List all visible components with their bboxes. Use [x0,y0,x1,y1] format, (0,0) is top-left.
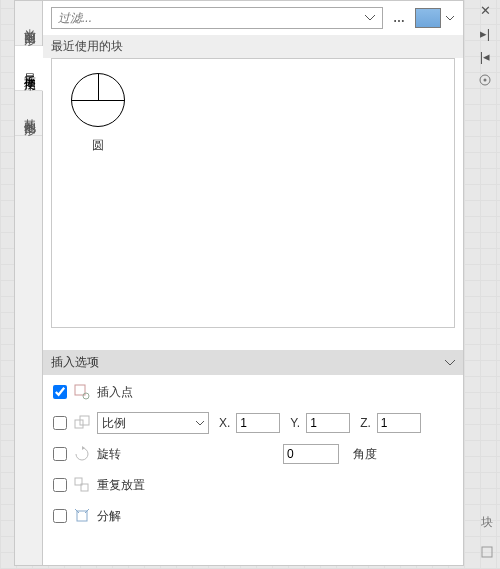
explode-icon [73,507,91,525]
option-row-rotation: 旋转 角度 [53,443,453,465]
gear-icon [478,73,492,87]
insertion-options-header[interactable]: 插入选项 [43,350,463,375]
repeat-label: 重复放置 [97,477,145,494]
filter-row: … [43,1,463,35]
chevron-down-icon [446,16,454,21]
side-tab-strip: 当前图形 最近使用 其他图形 [15,1,43,565]
chevron-down-icon [365,15,375,21]
scale-checkbox[interactable] [53,416,67,430]
browse-button[interactable]: … [387,7,411,29]
filter-input-wrap [51,7,383,29]
svg-rect-0 [75,385,85,395]
anchor-button[interactable]: 块 [481,514,493,531]
blocks-list[interactable]: 圆 [51,58,455,328]
settings-button[interactable] [480,545,494,559]
insertion-point-label: 插入点 [97,384,135,401]
block-item[interactable]: 圆 [58,65,138,154]
repeat-checkbox[interactable] [53,478,67,492]
settings-icon [480,545,494,559]
close-panel-button[interactable]: ✕ [480,4,491,17]
scale-y-label: Y. [290,416,300,430]
rotation-icon [73,445,91,463]
anchor-icon: 块 [481,515,493,529]
svg-rect-2 [75,420,83,428]
scale-z-input[interactable] [377,413,421,433]
rotation-value-input[interactable] [283,444,339,464]
right-bottom-icons: 块 [480,514,494,559]
block-name-label: 圆 [58,137,138,154]
close-icon: ✕ [480,3,491,18]
insertion-options-body: 插入点 比例 X. Y. Z. [43,375,463,537]
explode-label: 分解 [97,508,135,525]
scale-x-label: X. [219,416,230,430]
collapse-left-button[interactable]: |◂ [480,50,490,63]
recent-blocks-section-label: 最近使用的块 [43,35,463,58]
side-tab-other-drawing[interactable]: 其他图形 [15,91,42,136]
svg-point-10 [484,79,487,82]
view-mode-dropdown[interactable] [445,16,455,21]
option-row-insertion-point: 插入点 [53,381,453,403]
insertion-point-checkbox[interactable] [53,385,67,399]
ellipsis-icon: … [393,11,405,25]
svg-point-1 [83,393,89,399]
insertion-point-icon [73,383,91,401]
chevron-down-icon [196,421,204,426]
side-tab-recent[interactable]: 最近使用 [15,46,43,91]
option-row-repeat: 重复放置 [53,474,453,496]
option-row-scale: 比例 X. Y. Z. [53,412,453,434]
side-tab-current-drawing[interactable]: 当前图形 [15,1,42,46]
repeat-icon [73,476,91,494]
chevron-down-icon [445,360,455,366]
panel-body: … 最近使用的块 圆 插入选项 [43,1,463,565]
filter-dropdown-button[interactable] [362,10,378,26]
blocks-palette-panel: 当前图形 最近使用 其他图形 … 最近使用的块 [14,0,464,566]
option-row-explode: 分解 [53,505,453,527]
scale-mode-label: 比例 [102,415,126,432]
rotation-checkbox[interactable] [53,447,67,461]
scale-mode-select[interactable]: 比例 [97,412,209,434]
scale-z-label: Z. [360,416,371,430]
svg-rect-11 [482,547,492,557]
scale-y-input[interactable] [306,413,350,433]
collapse-left-icon: |◂ [480,49,490,64]
collapse-right-button[interactable]: ▸| [480,27,490,40]
insertion-options-title: 插入选项 [51,354,99,371]
explode-checkbox[interactable] [53,509,67,523]
circle-icon [71,73,125,127]
panel-control-strip: ✕ ▸| |◂ [472,4,498,87]
panel-menu-button[interactable] [478,73,492,87]
rotation-label: 旋转 [97,446,135,463]
scale-icon [73,414,91,432]
block-thumbnail [63,65,133,135]
filter-input[interactable] [56,10,362,26]
thumbnail-view-button[interactable] [415,8,441,28]
scale-x-input[interactable] [236,413,280,433]
collapse-right-icon: ▸| [480,26,490,41]
rotation-unit-label: 角度 [353,446,377,463]
